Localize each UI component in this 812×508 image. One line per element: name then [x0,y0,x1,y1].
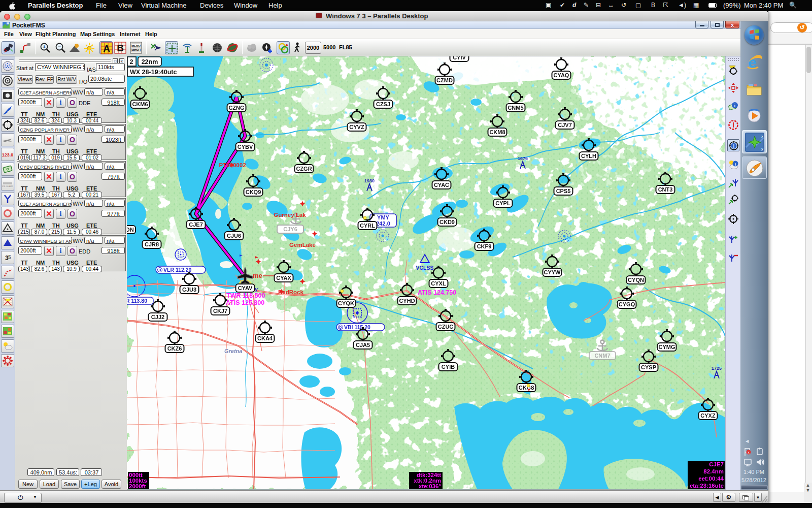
svg-text:RedRock: RedRock [278,289,303,295]
svg-text:CZUC: CZUC [438,324,454,330]
svg-text:MENU: MENU [131,49,141,52]
svg-text:D: D [339,326,342,329]
svg-text:CYIB: CYIB [442,364,455,370]
svg-text:CYAQ: CYAQ [554,72,569,78]
svg-text:CYXL: CYXL [431,280,446,287]
svg-text:Gretna: Gretna [224,348,242,354]
svg-text:2000ft: 2000ft [129,483,146,489]
svg-text:CYHD: CYHD [399,298,415,304]
svg-text:i: i [734,103,736,108]
svg-text:D: D [158,268,161,272]
svg-text:1676: 1676 [518,156,528,161]
svg-text:CYPL: CYPL [495,200,511,206]
svg-text:CYGQ: CYGQ [619,301,635,307]
svg-text:CJR8: CJR8 [145,241,159,247]
svg-text:TWR 118.500: TWR 118.500 [226,292,265,299]
svg-text:WX 28-19:40utc: WX 28-19:40utc [130,69,177,76]
svg-text:CYLH: CYLH [581,153,596,159]
svg-text:GemLake: GemLake [289,242,316,248]
svg-text:CZGR: CZGR [296,166,312,172]
svg-text:CYIV: CYIV [453,56,466,60]
svg-text:22nm: 22nm [142,58,158,66]
svg-text:CJJ2: CJJ2 [151,314,164,320]
svg-text:CJY6: CJY6 [283,226,297,232]
svg-text:CKJ7: CKJ7 [213,308,227,314]
svg-text:ICE GUARD: ICE GUARD [2,185,13,187]
svg-text:CYQN: CYQN [628,277,644,283]
svg-text:A: A [103,43,110,54]
svg-text:CJU3: CJU3 [182,287,196,293]
svg-text:CJV7: CJV7 [558,122,572,128]
svg-text:VBI 115.20: VBI 115.20 [344,324,370,330]
svg-text:i: i [733,144,735,149]
svg-text:PT000002: PT000002 [219,162,246,168]
svg-text:CYAX: CYAX [276,275,291,281]
svg-text:xte:036°: xte:036° [419,483,442,489]
svg-text:CKM6: CKM6 [132,101,148,107]
svg-text:CYVZ: CYVZ [349,124,364,130]
svg-text:R 113.80: R 113.80 [127,298,147,304]
svg-text:ATIS 124.750: ATIS 124.750 [418,289,456,296]
svg-text:eet:00:44: eet:00:44 [698,475,724,482]
svg-text:CKQ9: CKQ9 [246,189,261,195]
svg-text:CYMG: CYMG [659,344,675,350]
svg-text:CJA5: CJA5 [356,342,370,348]
svg-text:ATIS 125.800: ATIS 125.800 [226,299,264,306]
svg-text:CPS5: CPS5 [556,188,571,194]
svg-text:I: I [732,121,734,129]
svg-text:CKA4: CKA4 [257,335,273,341]
svg-text:CZSJ: CZSJ [376,101,390,107]
svg-text:CKG8: CKG8 [519,385,534,391]
svg-text:82.4nm: 82.4nm [703,468,724,474]
svg-text:B: B [117,43,124,53]
svg-text:CYSP: CYSP [641,364,656,370]
svg-text:me: me [253,272,262,279]
svg-text:i: i [735,162,736,167]
svg-text:CYRL: CYRL [360,223,375,229]
svg-text:VLR 112.20: VLR 112.20 [163,267,192,273]
svg-text:x: x [748,451,750,454]
svg-text:CYQK: CYQK [338,300,354,306]
svg-text:123.0: 123.0 [2,152,13,157]
svg-text:Gurney Lak: Gurney Lak [274,212,306,218]
svg-text:YMY: YMY [377,214,390,220]
svg-text:CYAC: CYAC [434,182,449,188]
svg-text:CKF9: CKF9 [477,243,492,249]
svg-text:CYYW: CYYW [544,269,561,275]
svg-text:CNM7: CNM7 [594,353,610,359]
svg-text:1930: 1930 [364,178,375,183]
svg-text:CJU6: CJU6 [227,233,241,239]
svg-text:CYXZ: CYXZ [700,412,716,419]
svg-text:x: x [761,134,763,139]
svg-text:1725: 1725 [712,366,722,371]
svg-text:CNT3: CNT3 [658,186,673,193]
svg-text:CKZ6: CKZ6 [167,345,182,352]
svg-text:CYBV: CYBV [238,144,253,150]
svg-text:YDN: YDN [127,227,134,233]
svg-text:CKM8: CKM8 [489,129,505,135]
svg-text:y: y [255,286,258,292]
svg-text:CZMD: CZMD [436,77,453,83]
svg-text:242.0: 242.0 [376,220,390,227]
svg-text:CYAV: CYAV [238,285,253,291]
svg-text:CJE7: CJE7 [189,221,203,228]
svg-text:VCLSS: VCLSS [416,265,433,271]
svg-text:y: y [761,146,763,151]
svg-text:5: 5 [8,255,11,260]
svg-text:MENU: MENU [131,44,141,47]
svg-text:−: − [58,44,61,50]
svg-text:2: 2 [130,58,133,66]
svg-text:eta:23:16utc: eta:23:16utc [690,483,724,489]
svg-text:CNM5: CNM5 [507,105,523,111]
svg-text:CZNG: CZNG [228,105,244,111]
svg-text:CKD9: CKD9 [439,219,455,225]
svg-text:CJE7: CJE7 [709,461,724,467]
svg-text:+: + [43,44,46,50]
